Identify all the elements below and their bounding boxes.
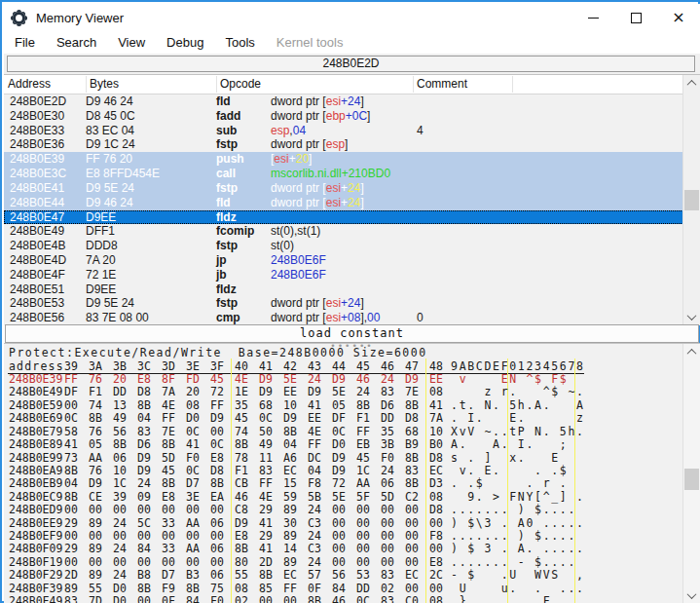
hex-row[interactable]: 248B0F092989248433AA068B4114C30000000000… bbox=[4, 543, 683, 555]
scroll-down-button[interactable] bbox=[683, 309, 700, 325]
hex-row[interactable]: 248B0F398955D08BF98B750885FF0F84DD020000… bbox=[4, 583, 683, 595]
hex-byte: 41 bbox=[186, 438, 210, 451]
minimize-button[interactable] bbox=[571, 4, 614, 31]
hex-byte: C0 bbox=[405, 595, 429, 603]
scroll-down-button[interactable] bbox=[683, 587, 700, 603]
hex-byte: 05 bbox=[89, 438, 113, 451]
column-header-comment[interactable]: Comment bbox=[417, 77, 467, 91]
close-button[interactable]: × bbox=[657, 4, 700, 31]
hex-ascii-char: , bbox=[575, 569, 584, 582]
scroll-thumb[interactable] bbox=[684, 469, 699, 490]
hex-row[interactable]: 248B0EF900000000000000E829892400000000F8… bbox=[4, 530, 683, 543]
hex-row[interactable]: 248B0EC98BCE3909E83EEA464E595B5E5F5DC208… bbox=[4, 491, 683, 504]
hex-byte: 45 bbox=[162, 465, 186, 477]
menu-item-file[interactable]: File bbox=[4, 35, 46, 50]
hex-byte: 56 bbox=[332, 569, 356, 582]
hex-row[interactable]: 248B0EA98B7610D9450CD8F183EC04D91C2483EC… bbox=[4, 465, 683, 477]
disassembly-row[interactable]: 248B0E51D9EEfldz bbox=[4, 283, 683, 297]
hex-byte: 24 bbox=[308, 530, 332, 543]
hex-byte: 85 bbox=[259, 583, 283, 595]
column-divider[interactable] bbox=[413, 76, 414, 93]
disassembly-row[interactable]: 248B0E3383 EC 04subesp,044 bbox=[4, 124, 683, 138]
hex-row[interactable]: 248B0E39FF7620E88FFD454ED95E24D94624D9EE… bbox=[4, 373, 683, 386]
hex-row-address: 248B0E49 bbox=[9, 386, 62, 398]
column-divider[interactable] bbox=[216, 76, 217, 93]
hex-byte: 30 bbox=[283, 517, 308, 530]
hex-row[interactable]: 248B0E79587656837E0C0074508B4E0CFF356810… bbox=[4, 426, 683, 438]
minimize-icon bbox=[588, 18, 599, 19]
disassembly-row[interactable]: 248B0E41D9 5E 24fstpdword ptr [esi+24] bbox=[4, 181, 683, 196]
disassembly-row[interactable]: 248B0E4F72 1Ejb248B0E6F bbox=[4, 268, 683, 283]
menu-item-kernel-tools[interactable]: Kernel tools bbox=[266, 35, 354, 50]
scroll-up-button[interactable] bbox=[683, 344, 700, 360]
scroll-thumb[interactable] bbox=[684, 190, 699, 210]
disassembly-row[interactable]: 248B0E39FF 76 20push[esi+20] bbox=[4, 152, 683, 167]
column-divider[interactable] bbox=[512, 76, 513, 93]
hex-byte: 00 bbox=[186, 530, 210, 543]
hex-row-address: 248B0EB9 bbox=[9, 477, 62, 490]
instruction-mnemonic: fstp bbox=[216, 239, 271, 253]
disassembly-row[interactable]: 248B0E36D9 1C 24fstpdword ptr [esp] bbox=[4, 137, 683, 152]
maximize-button[interactable] bbox=[614, 4, 657, 31]
menu-item-view[interactable]: View bbox=[107, 35, 156, 50]
menu-item-debug[interactable]: Debug bbox=[156, 35, 214, 50]
hex-byte: 1C bbox=[356, 465, 381, 477]
hex-byte: 29 bbox=[259, 504, 283, 516]
disassembly-scrollbar[interactable] bbox=[682, 75, 700, 325]
disassembly-row[interactable]: 248B0E44D9 46 24flddword ptr [esi+24] bbox=[4, 196, 683, 210]
hex-row[interactable]: 248B0E8941058BD68B410C8B4904FFD0EB3BB9B0… bbox=[4, 438, 683, 451]
hex-byte: 06 bbox=[210, 569, 235, 582]
hex-scrollbar[interactable] bbox=[682, 344, 700, 603]
hex-row[interactable]: 248B0F1900000000000000802D892400000000E8… bbox=[4, 556, 683, 569]
hex-row[interactable]: 248B0EB904D91C248BD78BCBFF15F872AA068BD3… bbox=[4, 477, 683, 490]
hex-byte: 89 bbox=[64, 583, 89, 595]
hex-byte: 00 bbox=[186, 504, 210, 516]
column-header-address[interactable]: Address bbox=[8, 77, 51, 91]
hex-row-address: 248B0EF9 bbox=[9, 530, 62, 543]
hex-row[interactable]: 248B0E690C8B4904FFD0D9450CD9EEDFF1DDD87A… bbox=[4, 412, 683, 425]
disassembly-row[interactable]: 248B0E49DFF1fcomipst(0),st(1) bbox=[4, 224, 683, 239]
hex-row[interactable]: 248B0E9973AA06D95DF0E87811A6DCD945F08BD8… bbox=[4, 452, 683, 465]
instruction-address: 248B0E53 bbox=[4, 296, 86, 311]
operand-segment: esi bbox=[326, 94, 341, 108]
disassembly-row[interactable]: 248B0E2DD9 46 24flddword ptr [esi+24] bbox=[4, 94, 683, 109]
hex-byte: 10 bbox=[113, 465, 137, 477]
column-divider[interactable] bbox=[86, 76, 87, 93]
disassembly-row[interactable]: 248B0E3CE8 8FFD454Ecallmscorlib.ni.dll+2… bbox=[4, 167, 683, 181]
hex-row[interactable]: 248B0E49DFF1DDD87A20721ED9EED95E24837E08… bbox=[4, 386, 683, 398]
hex-byte: 00 bbox=[210, 556, 235, 569]
instruction-operand: st(0),st(1) bbox=[271, 224, 320, 239]
address-bar[interactable]: 248B0E2D bbox=[7, 56, 695, 72]
hex-byte: 76 bbox=[89, 426, 113, 438]
hex-byte: 24 bbox=[308, 504, 332, 516]
menu-item-tools[interactable]: Tools bbox=[214, 35, 265, 50]
operand-segment: dword ptr [ bbox=[271, 109, 326, 123]
hex-row[interactable]: 248B0ED900000000000000C829892400000000D8… bbox=[4, 504, 683, 516]
instruction-address: 248B0E4B bbox=[4, 239, 86, 253]
disassembly-row[interactable]: 248B0E5683 7E 08 00cmpdword ptr [esi+08]… bbox=[4, 311, 683, 325]
hex-byte: 10 bbox=[283, 399, 308, 412]
hex-byte: 8B bbox=[64, 491, 89, 504]
instruction-address: 248B0E33 bbox=[4, 124, 86, 138]
hex-byte: 00 bbox=[210, 504, 235, 516]
menu-item-search[interactable]: Search bbox=[46, 35, 107, 50]
disassembly-row[interactable]: 248B0E4BDDD8fstpst(0) bbox=[4, 239, 683, 253]
disassembly-row[interactable]: 248B0E53D9 5E 24fstpdword ptr [esi+24] bbox=[4, 296, 683, 311]
hex-byte: 00 bbox=[89, 530, 113, 543]
disassembly-row[interactable]: 248B0E47D9EEfldz bbox=[4, 210, 683, 225]
column-header-opcode[interactable]: Opcode bbox=[220, 77, 261, 91]
disassembly-row[interactable]: 248B0E4D7A 20jp248B0E6F bbox=[4, 253, 683, 268]
hex-byte: D6 bbox=[137, 438, 162, 451]
hex-byte: EE bbox=[283, 386, 308, 398]
hex-row[interactable]: 248B0F49837DD0000F84F00200008B460C83C008… bbox=[4, 595, 683, 603]
hex-row[interactable]: 248B0F292D8924B8D7B306558BEC57565383EC2C… bbox=[4, 569, 683, 582]
column-header-bytes[interactable]: Bytes bbox=[90, 77, 119, 91]
hex-row[interactable]: 248B0E590074138B4E08FF35681041058BD68B41… bbox=[4, 399, 683, 412]
chevron-up-icon bbox=[687, 349, 697, 358]
scroll-up-button[interactable] bbox=[683, 75, 700, 92]
hex-byte: 00 bbox=[259, 595, 283, 603]
operand-segment: mscorlib.ni.dll+210BD0 bbox=[271, 167, 390, 180]
disassembly-row[interactable]: 248B0E30D8 45 0Cfadddword ptr [ebp+0C] bbox=[4, 109, 683, 124]
hex-row[interactable]: 248B0EE92989245C33AA06D94130C30000000000… bbox=[4, 517, 683, 530]
hex-byte: 4E bbox=[162, 399, 186, 412]
